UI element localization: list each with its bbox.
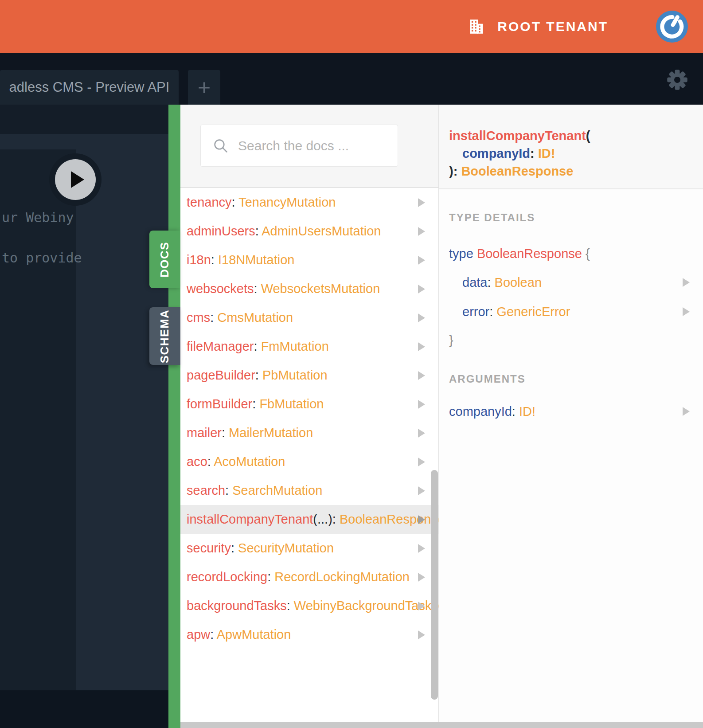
argument-list: companyId: ID! (449, 397, 703, 426)
expand-arrow-icon (418, 515, 425, 524)
search-icon (213, 138, 228, 153)
expand-arrow-icon (418, 256, 425, 265)
field-signature: installCompanyTenant( companyId: ID! ): … (439, 105, 703, 189)
settings-button[interactable] (666, 68, 689, 91)
expand-arrow-icon (683, 307, 690, 316)
argument-row-companyId[interactable]: companyId: ID! (449, 397, 703, 426)
tab-docs[interactable]: DOCS (149, 231, 180, 288)
type-name-link[interactable]: BooleanResponse (477, 247, 582, 261)
expand-arrow-icon (418, 285, 425, 294)
mutation-field-list: tenancy: TenancyMutationadminUsers: Admi… (180, 188, 438, 649)
docs-field-row-backgroundTasks[interactable]: backgroundTasks: WebinyBackgroundTaskMut… (180, 591, 438, 620)
field-name: cms (187, 310, 210, 325)
schema-tab-label: SCHEMA (158, 309, 172, 363)
session-tab-bar: adless CMS - Preview API + (0, 53, 703, 105)
field-detail-panel: installCompanyTenant( companyId: ID! ): … (438, 105, 703, 728)
building-icon (468, 18, 485, 35)
field-type: SecurityMutation (238, 541, 334, 555)
docs-field-row-adminUsers[interactable]: adminUsers: AdminUsersMutation (180, 217, 438, 246)
field-type: FbMutation (259, 397, 324, 411)
horizontal-scrollbar[interactable] (180, 722, 703, 728)
field-type: AcoMutation (214, 454, 285, 469)
play-icon (71, 171, 84, 188)
docs-field-row-tenancy[interactable]: tenancy: TenancyMutation (180, 188, 438, 217)
video-play-button[interactable] (49, 153, 102, 206)
signature-line-3: ): BooleanResponse (449, 162, 690, 180)
expand-arrow-icon (418, 227, 425, 236)
field-name: backgroundTasks (187, 599, 287, 613)
gear-icon (666, 68, 689, 91)
docs-field-row-apw[interactable]: apw: ApwMutation (180, 620, 438, 649)
top-header-bar: ROOT TENANT (0, 0, 703, 53)
type-field-list: data: Booleanerror: GenericError (449, 268, 703, 326)
new-tab-button[interactable]: + (188, 70, 220, 105)
docs-field-row-formBuilder[interactable]: formBuilder: FbMutation (180, 390, 438, 419)
editor-comment-line: ur Webiny (2, 210, 74, 225)
expand-arrow-icon (418, 573, 425, 582)
expand-arrow-icon (418, 486, 425, 495)
docs-tab-label: DOCS (158, 241, 172, 277)
docs-search-header (180, 105, 438, 188)
field-type: MailerMutation (229, 426, 313, 440)
webiny-power-logo[interactable] (656, 11, 688, 43)
expand-arrow-icon (418, 313, 425, 322)
session-tab-title: adless CMS - Preview API (9, 79, 170, 95)
signature-line-2: companyId: ID! (449, 145, 690, 162)
docs-field-row-websockets[interactable]: websockets: WebsocketsMutation (180, 274, 438, 303)
field-name: search (187, 483, 225, 497)
field-type: ApwMutation (217, 627, 291, 642)
field-type: I18NMutation (218, 253, 295, 267)
tab-schema[interactable]: SCHEMA (149, 307, 180, 365)
editor-comment-line: to provide (2, 250, 82, 266)
docs-field-row-installCompanyTenant[interactable]: installCompanyTenant(...): BooleanRespon… (180, 505, 438, 534)
docs-field-row-recordLocking[interactable]: recordLocking: RecordLockingMutation (180, 563, 438, 591)
expand-arrow-icon (418, 544, 425, 553)
expand-arrow-icon (418, 400, 425, 409)
field-type: TenancyMutation (238, 195, 336, 209)
field-name: installCompanyTenant (187, 512, 313, 526)
field-type: SearchMutation (232, 483, 322, 497)
graphql-playground-window: ROOT TENANT adless CMS - Preview API + (0, 0, 703, 728)
type-closing-brace: } (449, 332, 703, 349)
docs-search-box[interactable] (200, 125, 398, 167)
docs-explorer-panel: tenancy: TenancyMutationadminUsers: Admi… (180, 105, 438, 728)
field-name: pageBuilder (187, 368, 255, 382)
field-name: adminUsers (187, 224, 255, 238)
expand-arrow-icon (683, 407, 690, 416)
type-field-row-data[interactable]: data: Boolean (449, 268, 703, 297)
type-field-row-error[interactable]: error: GenericError (449, 297, 703, 326)
field-name: mailer (187, 426, 222, 440)
field-name: error (462, 305, 489, 319)
docs-field-row-cms[interactable]: cms: CmsMutation (180, 303, 438, 332)
arguments-heading: ARGUMENTS (449, 373, 703, 385)
active-session-tab[interactable]: adless CMS - Preview API (0, 70, 179, 105)
field-type: PbMutation (262, 368, 328, 382)
type-declaration: type BooleanResponse { (449, 245, 703, 262)
field-name: aco (187, 454, 207, 469)
docs-field-row-aco[interactable]: aco: AcoMutation (180, 447, 438, 476)
field-type: Boolean (495, 275, 542, 290)
docs-field-row-i18n[interactable]: i18n: I18NMutation (180, 246, 438, 274)
docs-field-row-fileManager[interactable]: fileManager: FmMutation (180, 332, 438, 361)
query-editor-pane[interactable]: ur Webiny to provide (0, 105, 168, 728)
vertical-scrollbar-thumb[interactable] (431, 470, 438, 700)
docs-field-row-pageBuilder[interactable]: pageBuilder: PbMutation (180, 361, 438, 390)
tenant-selector[interactable]: ROOT TENANT (468, 18, 608, 35)
play-button-circle (55, 159, 96, 200)
expand-arrow-icon (418, 602, 425, 611)
docs-field-row-security[interactable]: security: SecurityMutation (180, 534, 438, 563)
expand-arrow-icon (418, 630, 425, 639)
signature-arg-name: companyId (462, 146, 530, 160)
field-detail-body: TYPE DETAILS type BooleanResponse { data… (439, 211, 703, 426)
expand-arrow-icon (418, 198, 425, 207)
docs-field-row-mailer[interactable]: mailer: MailerMutation (180, 419, 438, 447)
docs-field-row-search[interactable]: search: SearchMutation (180, 476, 438, 505)
docs-search-input[interactable] (238, 138, 384, 153)
field-name: fileManager (187, 339, 254, 353)
video-thumbnail (0, 149, 76, 690)
field-type: RecordLockingMutation (274, 570, 410, 584)
field-name: i18n (187, 253, 211, 267)
field-type: WebinyBackgroundTaskMutation (294, 599, 438, 613)
field-name: formBuilder (187, 397, 252, 411)
docs-panel-edge-strip (168, 105, 180, 728)
